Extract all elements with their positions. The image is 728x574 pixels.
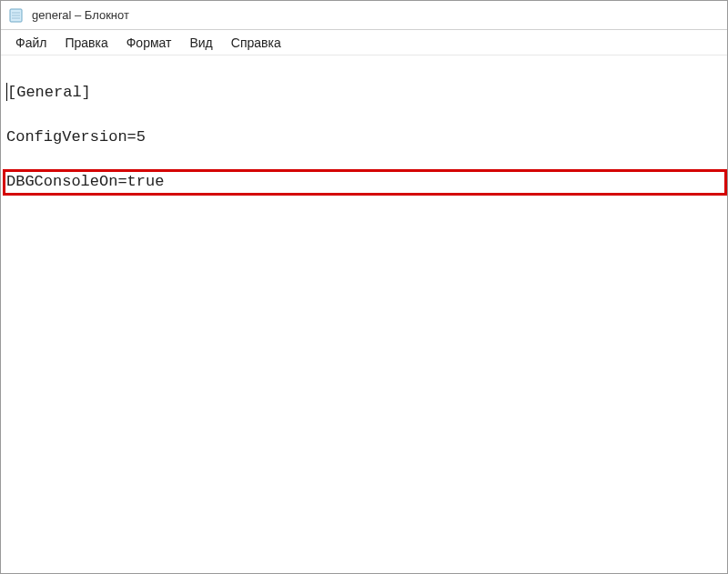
text-editor[interactable]: [General] ConfigVersion=5 DBGConsoleOn=t… (1, 55, 727, 573)
menu-edit[interactable]: Правка (56, 32, 116, 54)
menubar: Файл Правка Формат Вид Справка (1, 30, 727, 55)
editor-line: [General] (6, 82, 722, 105)
editor-line: ConfigVersion=5 (6, 126, 722, 149)
window-title: general – Блокнот (32, 8, 129, 22)
editor-line: DBGConsoleOn=true (6, 171, 722, 194)
titlebar: general – Блокнот (1, 1, 727, 30)
menu-view[interactable]: Вид (180, 32, 221, 54)
menu-format[interactable]: Формат (117, 32, 181, 54)
notepad-icon (8, 7, 25, 24)
editor-text: [General] (7, 84, 91, 101)
menu-help[interactable]: Справка (222, 32, 290, 54)
menu-file[interactable]: Файл (6, 32, 56, 54)
